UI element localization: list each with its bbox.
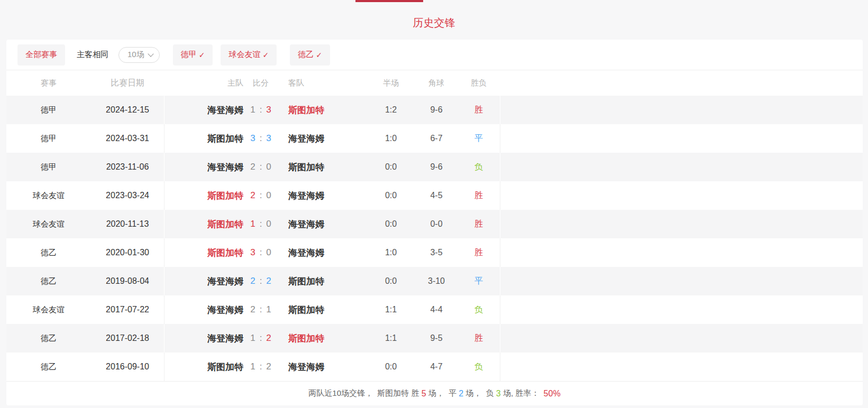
cell-result: 平	[458, 276, 500, 287]
column-divider	[500, 96, 500, 124]
column-divider	[500, 324, 500, 353]
home-goals: 3	[250, 247, 255, 257]
home-goals: 3	[250, 133, 255, 143]
cell-home-team: 斯图加特	[165, 247, 243, 259]
league-label: 德乙	[298, 50, 314, 60]
cell-result: 负	[458, 304, 500, 316]
cell-half-score: 1:0	[367, 248, 415, 257]
home-goals: 2	[250, 304, 255, 314]
cell-score: 1:2	[243, 361, 278, 372]
cell-result: 胜	[458, 105, 500, 116]
header-home: 主队	[165, 78, 243, 88]
table-row: 德乙2019-08-04海登海姆2:2斯图加特0:03-10平	[6, 267, 863, 295]
cell-date: 2023-03-24	[91, 191, 164, 200]
away-goals: 2	[266, 333, 271, 343]
home-goals: 1	[250, 333, 255, 343]
table-row: 德甲2024-03-31斯图加特3:3海登海姆1:06-7平	[6, 124, 863, 153]
summary-text: 场， 平	[426, 388, 459, 398]
cell-away-team: 海登海姆	[278, 190, 367, 202]
cell-away-team: 斯图加特	[278, 275, 367, 288]
header-date: 比赛日期	[91, 78, 164, 89]
column-divider	[500, 181, 500, 210]
cell-away-team: 海登海姆	[278, 361, 367, 373]
match-count-select[interactable]: 10场	[118, 47, 160, 63]
summary-text: 两队近10场交锋， 斯图加特 胜	[308, 388, 421, 398]
home-goals: 1	[250, 219, 255, 229]
cell-half-score: 0:0	[367, 191, 415, 200]
table-row: 球会友谊2020-11-13斯图加特1:0海登海姆0:00-0胜	[6, 210, 863, 238]
home-goals: 2	[250, 276, 255, 286]
away-goals: 0	[266, 219, 271, 229]
cell-home-team: 海登海姆	[165, 304, 243, 316]
cell-date: 2023-11-06	[91, 162, 164, 172]
table-row: 德乙2020-01-30斯图加特3:0海登海姆1:03-5胜	[6, 238, 863, 267]
home-goals: 1	[250, 361, 255, 372]
away-goals: 2	[266, 276, 271, 286]
check-icon: ✓	[262, 51, 269, 59]
cell-score: 3:0	[243, 247, 278, 258]
filter-all-events-button[interactable]: 全部赛事	[17, 44, 65, 66]
home-goals: 2	[250, 190, 255, 200]
column-divider	[500, 267, 500, 295]
page-title: 历史交锋	[0, 16, 868, 30]
cell-result: 负	[458, 162, 500, 173]
cell-result: 胜	[458, 333, 500, 344]
summary-loss-count: 3	[496, 389, 501, 398]
summary-bar: 两队近10场交锋， 斯图加特 胜 5 场， 平 2 场， 负 3 场, 胜率： …	[6, 381, 863, 405]
cell-away-team: 海登海姆	[278, 133, 367, 145]
league-label: 球会友谊	[229, 50, 260, 60]
away-goals: 2	[266, 361, 271, 372]
column-divider	[500, 153, 500, 181]
cell-league: 德乙	[6, 333, 91, 344]
table-row: 德甲2024-12-15海登海姆1:3斯图加特1:29-6胜	[6, 96, 863, 124]
header-score: 比分	[243, 78, 278, 88]
chevron-down-icon	[148, 51, 153, 57]
cell-score: 2:2	[243, 276, 278, 286]
column-divider	[500, 210, 500, 238]
summary-win-rate: 50%	[544, 389, 561, 398]
column-divider	[500, 124, 500, 153]
cell-league: 德甲	[6, 105, 91, 115]
filter-league-chip[interactable]: 德甲 ✓	[173, 44, 213, 66]
cell-away-team: 斯图加特	[278, 104, 367, 116]
cell-date: 2020-11-13	[91, 219, 164, 229]
cell-league: 球会友谊	[6, 305, 91, 315]
column-divider	[500, 353, 500, 381]
cell-home-team: 斯图加特	[165, 218, 243, 230]
cell-score: 2:0	[243, 190, 278, 201]
cell-away-team: 斯图加特	[278, 161, 367, 173]
table-row: 球会友谊2023-03-24斯图加特2:0海登海姆0:04-5胜	[6, 181, 863, 210]
filter-league-chip[interactable]: 球会友谊 ✓	[221, 44, 277, 66]
cell-league: 球会友谊	[6, 191, 91, 201]
cell-result: 负	[458, 361, 500, 373]
cell-corners: 4-4	[415, 305, 458, 314]
cell-half-score: 1:1	[367, 305, 415, 314]
cell-corners: 3-5	[415, 248, 458, 257]
summary-win-count: 5	[422, 389, 426, 398]
away-goals: 3	[266, 133, 271, 143]
cell-league: 德乙	[6, 362, 91, 372]
header-event: 赛事	[6, 78, 91, 88]
cell-corners: 9-5	[415, 333, 458, 343]
filter-league-chip[interactable]: 德乙 ✓	[290, 44, 330, 66]
cell-away-team: 斯图加特	[278, 332, 367, 345]
header-half: 半场	[367, 78, 415, 88]
cell-result: 胜	[458, 190, 500, 201]
cell-half-score: 0:0	[367, 276, 415, 286]
cell-corners: 9-6	[415, 162, 458, 172]
cell-result: 平	[458, 133, 500, 144]
cell-score: 3:3	[243, 133, 278, 144]
cell-away-team: 斯图加特	[278, 304, 367, 316]
cell-half-score: 0:0	[367, 162, 415, 172]
cell-away-team: 海登海姆	[278, 218, 367, 230]
header-result: 胜负	[458, 78, 500, 88]
cell-league: 德乙	[6, 248, 91, 258]
cell-corners: 4-5	[415, 191, 458, 200]
cell-league: 德乙	[6, 276, 91, 286]
cell-corners: 0-0	[415, 219, 458, 229]
cell-score: 2:0	[243, 162, 278, 172]
cell-corners: 3-10	[415, 276, 458, 286]
away-goals: 0	[266, 247, 271, 257]
cell-date: 2024-03-31	[91, 134, 164, 143]
filter-home-away-same[interactable]: 主客相同	[77, 50, 108, 60]
